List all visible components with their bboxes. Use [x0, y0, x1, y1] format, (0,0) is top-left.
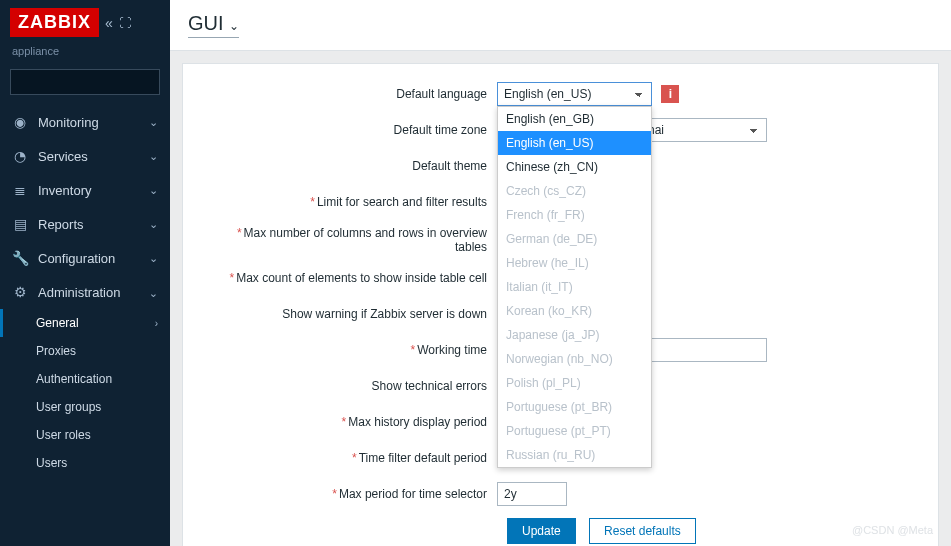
language-option: Russian (ru_RU)	[498, 443, 651, 467]
nav-label: Reports	[38, 217, 84, 232]
sub-general[interactable]: General ›	[0, 309, 170, 337]
nav-label: Administration	[38, 285, 120, 300]
label-search-limit: *Limit for search and filter results	[207, 195, 497, 209]
language-option: Czech (cs_CZ)	[498, 179, 651, 203]
nav-label: Inventory	[38, 183, 91, 198]
sub-proxies[interactable]: Proxies	[0, 337, 170, 365]
sub-label: Authentication	[36, 372, 112, 386]
nav-reports[interactable]: ▤ Reports ⌄	[0, 207, 170, 241]
language-option[interactable]: English (en_US)	[498, 131, 651, 155]
language-option: Korean (ko_KR)	[498, 299, 651, 323]
content: Default language English (en_US) i Engli…	[170, 51, 951, 546]
eye-icon: ◉	[12, 114, 28, 130]
nav-label: Services	[38, 149, 88, 164]
ctrl-default-language: English (en_US) i English (en_GB)English…	[497, 82, 679, 106]
chart-icon: ▤	[12, 216, 28, 232]
language-option: Portuguese (pt_PT)	[498, 419, 651, 443]
language-option: Portuguese (pt_BR)	[498, 395, 651, 419]
label-cell-max: *Max count of elements to show inside ta…	[207, 271, 497, 285]
sub-user-roles[interactable]: User roles	[0, 421, 170, 449]
sub-label: User groups	[36, 400, 101, 414]
label-overview-max: *Max number of columns and rows in overv…	[207, 226, 497, 254]
label-server-warn: Show warning if Zabbix server is down	[207, 307, 497, 321]
language-option: Norwegian (nb_NO)	[498, 347, 651, 371]
language-option[interactable]: English (en_GB)	[498, 107, 651, 131]
chevron-down-icon: ⌄	[149, 116, 158, 129]
appliance-label: appliance	[0, 45, 170, 65]
label-history-period: *Max history display period	[207, 415, 497, 429]
sub-user-groups[interactable]: User groups	[0, 393, 170, 421]
language-option: German (de_DE)	[498, 227, 651, 251]
label-default-language: Default language	[207, 87, 497, 101]
gear-icon: ⚙	[12, 284, 28, 300]
nav-label: Monitoring	[38, 115, 99, 130]
label-default-tz: Default time zone	[207, 123, 497, 137]
sub-label: Users	[36, 456, 67, 470]
chevron-down-icon: ⌄	[229, 19, 239, 33]
language-option: Hebrew (he_IL)	[498, 251, 651, 275]
search-input[interactable]	[17, 75, 186, 90]
nav-administration[interactable]: ⚙ Administration ⌃	[0, 275, 170, 309]
stopwatch-icon: ◔	[12, 148, 28, 164]
reset-defaults-button[interactable]: Reset defaults	[589, 518, 696, 544]
language-option[interactable]: Chinese (zh_CN)	[498, 155, 651, 179]
search-box[interactable]: 🔍	[10, 69, 160, 95]
form-card: Default language English (en_US) i Engli…	[182, 63, 939, 546]
default-language-select[interactable]: English (en_US)	[497, 82, 652, 106]
page-title-text: GUI	[188, 12, 224, 34]
sub-label: User roles	[36, 428, 91, 442]
chevron-down-icon: ⌄	[149, 218, 158, 231]
label-max-period: *Max period for time selector	[207, 487, 497, 501]
nav-configuration[interactable]: 🔧 Configuration ⌄	[0, 241, 170, 275]
watermark: @CSDN @Meta	[852, 524, 933, 536]
language-option: Japanese (ja_JP)	[498, 323, 651, 347]
logo-row: ZABBIX « ⛶	[0, 0, 170, 45]
label-default-theme: Default theme	[207, 159, 497, 173]
wrench-icon: 🔧	[12, 250, 28, 266]
chevron-right-icon: ›	[155, 318, 158, 329]
nav-label: Configuration	[38, 251, 115, 266]
max-period-input[interactable]	[497, 482, 567, 506]
language-option: Italian (it_IT)	[498, 275, 651, 299]
sub-authentication[interactable]: Authentication	[0, 365, 170, 393]
list-icon: ≣	[12, 182, 28, 198]
language-option: French (fr_FR)	[498, 203, 651, 227]
sub-users[interactable]: Users	[0, 449, 170, 477]
chevron-down-icon: ⌄	[149, 252, 158, 265]
update-button[interactable]: Update	[507, 518, 576, 544]
main: GUI ⌄ Default language English (en_US) i…	[170, 0, 951, 546]
chevron-down-icon: ⌄	[149, 150, 158, 163]
collapse-icon[interactable]: «	[105, 15, 113, 31]
chevron-down-icon: ⌄	[149, 184, 158, 197]
nav-services[interactable]: ◔ Services ⌄	[0, 139, 170, 173]
label-working-time: *Working time	[207, 343, 497, 357]
page-title-dropdown[interactable]: GUI ⌄	[188, 12, 239, 38]
label-filter-period: *Time filter default period	[207, 451, 497, 465]
sub-label: Proxies	[36, 344, 76, 358]
label-tech-errors: Show technical errors	[207, 379, 497, 393]
logo: ZABBIX	[10, 8, 99, 37]
warning-icon[interactable]: i	[661, 85, 679, 103]
sidebar: ZABBIX « ⛶ appliance 🔍 ◉ Monitoring ⌄ ◔ …	[0, 0, 170, 546]
language-dropdown[interactable]: English (en_GB)English (en_US)Chinese (z…	[497, 106, 652, 468]
sub-label: General	[36, 316, 79, 330]
chevron-up-icon: ⌃	[149, 286, 158, 299]
nav-monitoring[interactable]: ◉ Monitoring ⌄	[0, 105, 170, 139]
page-header: GUI ⌄	[170, 0, 951, 51]
language-option: Polish (pl_PL)	[498, 371, 651, 395]
fullscreen-icon[interactable]: ⛶	[119, 16, 131, 30]
nav-inventory[interactable]: ≣ Inventory ⌄	[0, 173, 170, 207]
